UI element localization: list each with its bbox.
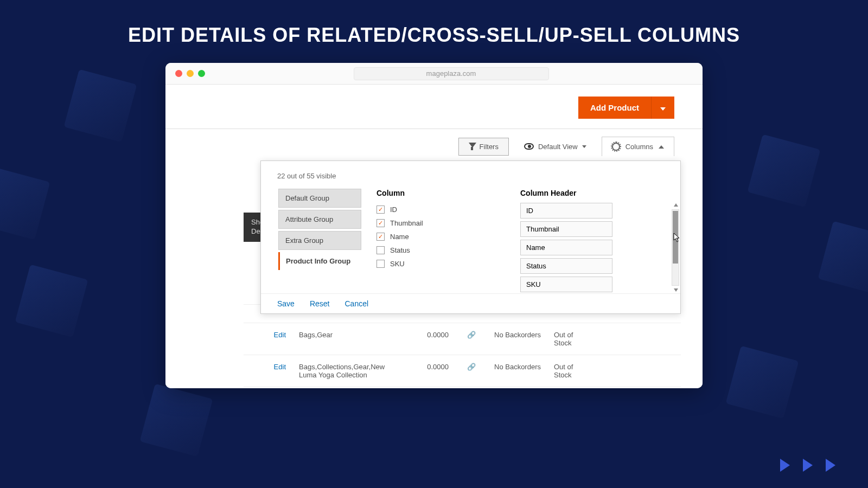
column-status[interactable]: Status <box>376 243 520 257</box>
save-button[interactable]: Save <box>277 299 295 308</box>
url-bar[interactable]: mageplaza.com <box>354 67 549 80</box>
header-input-thumbnail[interactable] <box>520 221 612 237</box>
header-input-name[interactable] <box>520 240 612 255</box>
column-heading: Column <box>376 189 520 197</box>
checkbox-icon[interactable] <box>376 260 385 268</box>
checkbox-icon[interactable] <box>376 246 385 254</box>
value-cell: 0.0000 <box>406 363 455 371</box>
group-product-info[interactable]: Product Info Group <box>278 252 361 270</box>
filter-icon <box>469 143 476 150</box>
chevron-down-icon <box>660 107 666 111</box>
group-extra[interactable]: Extra Group <box>278 231 361 250</box>
scroll-up-icon[interactable] <box>674 203 678 207</box>
add-product-dropdown[interactable] <box>651 97 674 119</box>
toolbar-top: Add Product <box>165 85 703 129</box>
link-icon[interactable]: 🔗 <box>455 363 488 371</box>
cancel-button[interactable]: Cancel <box>345 299 369 308</box>
stock-cell: Out of Stock <box>547 363 596 379</box>
header-input-status[interactable] <box>520 258 612 274</box>
columns-dropdown: 22 out of 55 visible Default Group Attri… <box>260 160 681 314</box>
maximize-icon[interactable] <box>198 70 205 77</box>
value-cell: 0.0000 <box>406 331 455 339</box>
minimize-icon[interactable] <box>187 70 194 77</box>
column-id[interactable]: ✓ID <box>376 203 520 216</box>
stock-cell: Out of Stock <box>547 331 596 347</box>
filters-label: Filters <box>480 143 499 151</box>
columns-button[interactable]: Columns <box>602 137 674 156</box>
edit-link[interactable]: Edit <box>244 363 292 371</box>
header-input-sku[interactable] <box>520 277 612 292</box>
default-view-label: Default View <box>538 143 578 151</box>
backorders-cell: No Backorders <box>488 331 547 339</box>
app-content: Add Product Filters Default View Columns… <box>165 85 703 388</box>
scroll-down-icon[interactable] <box>674 288 678 292</box>
browser-chrome: mageplaza.com <box>165 63 703 85</box>
column-sku[interactable]: SKU <box>376 257 520 271</box>
column-thumbnail[interactable]: ✓Thumbnail <box>376 216 520 230</box>
eye-icon <box>524 143 534 150</box>
browser-window: mageplaza.com Add Product Filters Defaul… <box>165 63 703 388</box>
header-heading: Column Header <box>520 189 664 197</box>
table-row: Edit Bags,Gear 0.0000 🔗 No Backorders Ou… <box>244 323 681 355</box>
default-view-button[interactable]: Default View <box>524 143 586 151</box>
header-input-id[interactable] <box>520 203 612 219</box>
group-default[interactable]: Default Group <box>278 189 361 208</box>
checkbox-icon[interactable]: ✓ <box>376 206 385 214</box>
checkbox-icon[interactable]: ✓ <box>376 219 385 227</box>
categories-cell: Bags,Collections,Gear,New Luma Yoga Coll… <box>292 363 406 379</box>
checkbox-icon[interactable]: ✓ <box>376 233 385 241</box>
add-product-label: Add Product <box>578 97 651 119</box>
add-product-button[interactable]: Add Product <box>578 97 674 119</box>
grid-toolbar: Filters Default View Columns <box>165 129 703 156</box>
column-header-inputs: Column Header <box>520 189 664 289</box>
backorders-cell: No Backorders <box>488 363 547 371</box>
chevron-up-icon <box>659 145 664 149</box>
close-icon[interactable] <box>175 70 182 77</box>
link-icon[interactable]: 🔗 <box>455 331 488 339</box>
scrollbar[interactable] <box>672 209 679 286</box>
group-attribute[interactable]: Attribute Group <box>278 210 361 229</box>
visible-count: 22 out of 55 visible <box>261 172 680 189</box>
columns-label: Columns <box>626 143 653 151</box>
product-grid: Backorders Stock Edit Bags,Gear 0.0000 🔗… <box>244 304 681 388</box>
table-row: Edit Bags,Collections,Gear,New Luma Yoga… <box>244 355 681 387</box>
column-checklist: Column ✓ID ✓Thumbnail ✓Name Status SKU <box>376 189 520 289</box>
gear-icon <box>612 143 620 151</box>
edit-link[interactable]: Edit <box>244 331 292 339</box>
categories-cell: Bags,Gear <box>292 331 406 339</box>
chevron-down-icon <box>582 145 586 148</box>
group-tabs: Default Group Attribute Group Extra Grou… <box>277 189 361 289</box>
reset-button[interactable]: Reset <box>310 299 330 308</box>
dropdown-footer: Save Reset Cancel <box>261 293 680 313</box>
filters-button[interactable]: Filters <box>458 138 509 156</box>
page-title: EDIT DETAILS OF RELATED/CROSS-SELL/UP-SE… <box>0 0 868 47</box>
column-name[interactable]: ✓Name <box>376 230 520 243</box>
scroll-thumb[interactable] <box>673 211 678 264</box>
